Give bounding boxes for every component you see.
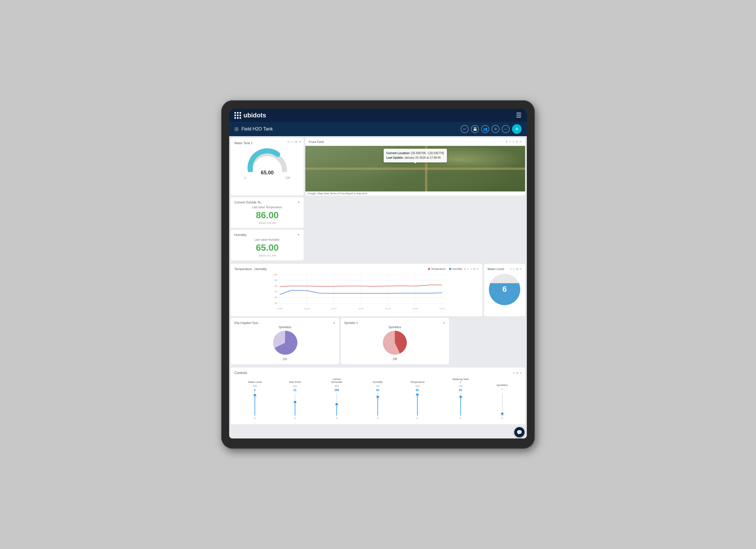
- map-gear-icon[interactable]: ⚙: [516, 140, 518, 144]
- map-forward-icon[interactable]: ↪: [512, 140, 515, 144]
- slider-min-sprinklers: 0: [501, 417, 503, 420]
- slider-min-carbon: 0: [336, 417, 338, 420]
- slider-max-temp: 100: [415, 385, 420, 387]
- wl-edit-icon[interactable]: ✏: [510, 268, 512, 271]
- slider-label-carbon: Carbon Monoxide: [328, 378, 345, 383]
- slider-val-water: 6: [254, 389, 256, 392]
- gauge-max: 100: [285, 176, 290, 180]
- humidity-dropdown-icon[interactable]: ▼: [297, 233, 300, 237]
- sprinkler1-title: Sprinkler 1: [344, 321, 358, 324]
- wl-close-icon[interactable]: ✕: [519, 268, 522, 271]
- svg-text:14:45: 14:45: [277, 307, 283, 310]
- ctrl-edit-icon[interactable]: ✏: [513, 371, 515, 375]
- map-edit-icon[interactable]: ✏: [509, 140, 511, 144]
- ctrl-close-icon[interactable]: ✕: [519, 371, 522, 375]
- close-icon[interactable]: ✕: [299, 140, 301, 144]
- share-icon[interactable]: 👥: [481, 125, 489, 133]
- add-button[interactable]: +: [512, 124, 522, 134]
- page-title: Field H2O Tank: [241, 127, 273, 132]
- svg-text:80: 80: [275, 284, 277, 287]
- svg-text:14:49: 14:49: [385, 307, 391, 310]
- settings-icon[interactable]: ⚙: [491, 125, 499, 133]
- temp-time: 2/6/18 2:51 PM: [234, 222, 300, 225]
- hamburger-icon[interactable]: ☰: [516, 112, 522, 119]
- chart-svg: 100 90 80 70 60 50 14:45 14:46 14:47 14:…: [234, 272, 479, 312]
- edit-icon[interactable]: ✏: [287, 140, 290, 144]
- sprinkler1-pie-container: Sprinklers Off: [344, 326, 446, 361]
- slider-label-humidity: Humidity: [373, 381, 383, 383]
- redo-icon[interactable]: ↩: [461, 125, 469, 133]
- save-icon[interactable]: 💾: [471, 125, 479, 133]
- chart-widget: Temperature , Humidity Temperature Humid…: [231, 264, 482, 316]
- humidity-value: 65.00: [234, 243, 300, 253]
- chart-title: Temperature , Humidity: [234, 267, 267, 271]
- front-field-widget: Front Field ⬆ ✏ ↪ ⚙ ✕ Current: [305, 138, 525, 196]
- slider-track-watering[interactable]: [460, 393, 461, 416]
- chart-forward-icon[interactable]: ↪: [470, 268, 472, 271]
- slider-humidity: Humidity 100 65 0: [373, 381, 383, 420]
- water-tank-icons: ✏ ↪ ⚙ ✕: [287, 140, 301, 144]
- slider-max-sprinklers: 1: [501, 388, 503, 391]
- map-satellite: Current Location: (35.658708, -120.54577…: [305, 146, 525, 192]
- svg-text:50: 50: [275, 302, 277, 304]
- chart-edit-icon[interactable]: ✏: [467, 268, 469, 271]
- slider-watering-tank: Watering Tank 1 100 65 0: [452, 378, 469, 420]
- wl-forward-icon[interactable]: ↪: [513, 268, 515, 271]
- grid-icon[interactable]: ⊞: [234, 126, 239, 132]
- chat-button[interactable]: 💬: [514, 427, 525, 437]
- ctrl-gear-icon[interactable]: ⚙: [516, 371, 519, 375]
- water-level-value: 6: [502, 284, 507, 293]
- chart-gear-icon[interactable]: ⚙: [473, 268, 476, 271]
- main-content: Water Tank 1 ✏ ↪ ⚙ ✕: [229, 136, 527, 426]
- sprinkler1-pie-label: Sprinklers: [389, 326, 401, 329]
- slider-max-watering: 100: [458, 385, 463, 387]
- forward-icon[interactable]: ↪: [291, 140, 294, 144]
- map-title-bar: Front Field ⬆ ✏ ↪ ⚙ ✕: [305, 138, 525, 146]
- drip-pie-container: Sprinklers On: [234, 326, 336, 361]
- slider-water-level: Water Level 100 6 0: [248, 381, 262, 420]
- map-footer: Google | Map Data Terms of Use Report a …: [305, 192, 525, 196]
- slider-track-dew[interactable]: [295, 393, 295, 416]
- temp-legend-label: Temperature: [431, 268, 446, 271]
- slider-temperature: Temperature 100 86 0: [410, 381, 425, 420]
- slider-track-water[interactable]: [255, 393, 255, 416]
- svg-text:14:50: 14:50: [412, 307, 418, 310]
- slider-track-humidity[interactable]: [377, 393, 378, 416]
- controls-widget: Controls ✏ ⚙ ✕ Water Level 100 6: [231, 367, 525, 424]
- svg-text:90: 90: [275, 279, 277, 282]
- slider-min-water: 0: [254, 417, 255, 420]
- slider-val-watering: 65: [459, 389, 462, 392]
- chart-download-icon[interactable]: ⬆: [464, 268, 466, 271]
- wl-gear-icon[interactable]: ⚙: [516, 268, 519, 271]
- slider-track-carbon[interactable]: [336, 393, 337, 416]
- gear-icon[interactable]: ⚙: [295, 140, 298, 144]
- dashboard-row2: Temperature , Humidity Temperature Humid…: [231, 262, 525, 316]
- subbar: ⊞ Field H2O Tank ↩ 💾 👥 ⚙ — +: [229, 122, 527, 136]
- temp-dropdown-icon[interactable]: ▼: [297, 201, 300, 204]
- current-temp-widget: Current Outside Te... ▼ Last value Tempe…: [231, 197, 304, 228]
- right-irrigation-pair: Drip Irrigation Syst... ▼ Sprinklers On: [231, 318, 449, 364]
- slider-max-water: 100: [253, 385, 257, 387]
- slider-max-humidity: 100: [376, 385, 380, 387]
- slider-min-temp: 0: [417, 417, 418, 420]
- slider-label-watering: Watering Tank 1: [452, 378, 469, 383]
- map-upload-icon[interactable]: ⬆: [505, 140, 508, 144]
- slider-val-humidity: 65: [376, 389, 379, 392]
- gauge-labels: 0 100: [245, 176, 290, 180]
- minus-icon[interactable]: —: [502, 125, 510, 133]
- slider-sprinklers: Sprinklers 1 0: [497, 384, 508, 420]
- sprinkler1-dropdown-icon[interactable]: ▼: [443, 321, 446, 324]
- slider-min-humidity: 0: [377, 417, 379, 420]
- map-close-icon[interactable]: ✕: [519, 140, 522, 144]
- slider-label-sprinklers: Sprinklers: [497, 384, 508, 387]
- slider-label-dew: Dew Point: [289, 381, 301, 383]
- humidity-title: Humidity: [234, 233, 247, 237]
- slider-track-temp[interactable]: [417, 393, 418, 416]
- slider-track-sprinklers[interactable]: [502, 393, 503, 416]
- map-road-horizontal: [305, 168, 525, 170]
- sprinkler1-status: Off: [393, 357, 397, 361]
- chart-close-icon[interactable]: ✕: [477, 268, 479, 271]
- svg-text:14:48: 14:48: [358, 307, 364, 310]
- drip-dropdown-icon[interactable]: ▼: [333, 321, 336, 324]
- humidity-legend-dot: [449, 268, 451, 270]
